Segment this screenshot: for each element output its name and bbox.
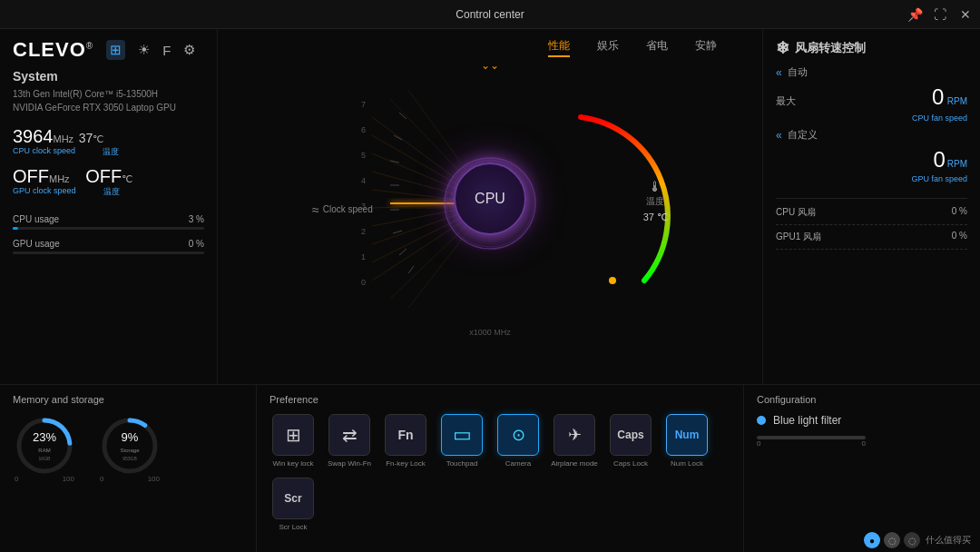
fn-lock-icon-box[interactable]: Fn — [385, 414, 426, 456]
camera-icon-box[interactable]: ⊙ — [497, 414, 539, 456]
touchpad-icon-box[interactable]: ▭ — [441, 414, 483, 456]
system-label: System — [13, 69, 204, 84]
pref-swap-winfn[interactable]: ⇄ Swap Win-Fn — [326, 414, 373, 468]
monitor-icon[interactable]: ⊞ — [106, 40, 125, 60]
cpu-clock-value: 3964MHz 37℃ — [13, 127, 119, 145]
airplane-icon-box[interactable]: ✈ — [554, 414, 595, 456]
gpu-clock-value: OFFMHz OFF℃ — [13, 167, 132, 185]
temp-tick — [609, 277, 616, 284]
cpu-temp-label: 温度 — [103, 146, 119, 158]
cpu-usage-row: CPU usage 3 % — [13, 214, 204, 230]
gpu-usage-bar — [13, 251, 204, 254]
slider-labels: 0 0 — [757, 439, 866, 448]
svg-text:23%: 23% — [33, 430, 56, 444]
tab-entertainment[interactable]: 娱乐 — [597, 38, 619, 57]
cpu-circle: CPU — [454, 163, 526, 235]
blue-filter-radio[interactable] — [757, 416, 766, 425]
mode-tabs: 性能 娱乐 省电 安静 — [218, 38, 762, 57]
fan-custom[interactable]: « 自定义 — [776, 128, 967, 142]
cpu-usage-bar — [13, 227, 204, 230]
storage-gauge-svg: 9% Storage 953GB — [98, 414, 162, 478]
window-controls: 📌 ⛶ ✕ — [907, 7, 973, 22]
camera-label: Camera — [505, 459, 531, 468]
wm-icon-3: ◌ — [904, 532, 920, 548]
cpu-usage-label: CPU usage — [13, 214, 59, 224]
cpu-usage-fill — [13, 227, 18, 230]
gpu-temp-label: 温度 — [103, 186, 120, 198]
svg-line-23 — [408, 266, 414, 273]
pin-button[interactable]: 📌 — [907, 7, 922, 22]
config-title: Configuration — [757, 394, 967, 405]
swap-winfn-label: Swap Win-Fn — [328, 459, 371, 468]
cpu-clock-label: CPU clock speed — [13, 146, 75, 158]
pref-camera[interactable]: ⊙ Camera — [495, 414, 542, 468]
temp-label: 🌡 温度 37 ℃ — [643, 179, 668, 223]
pref-scrlock[interactable]: Scr Scr Lock — [270, 478, 317, 532]
storage-gauge: 9% Storage 953GB 0100 — [98, 414, 162, 478]
tab-performance[interactable]: 性能 — [548, 38, 570, 57]
cpu-fan-speed-row: 最大 0 RPM — [776, 84, 967, 110]
gpu-clock-block: OFFMHz OFF℃ GPU clock speed 温度 — [13, 167, 132, 198]
preference-panel: Preference ⊞ Win key lock ⇄ Swap Win-Fn … — [257, 385, 744, 552]
pref-airplane[interactable]: ✈ Airplane mode — [551, 414, 598, 468]
watermark-icons: ● ◌ ◌ — [864, 532, 920, 548]
cpu-usage-value: 3 % — [189, 214, 204, 224]
pref-touchpad[interactable]: ▭ Touchpad — [438, 414, 485, 468]
top-icons: ⊞ ☀ F ⚙ — [106, 40, 195, 60]
fn-lock-label: Fn-key Lock — [386, 459, 426, 468]
gpu-clock-label: GPU clock speed — [13, 186, 76, 198]
gauge-area: CPU ≈ Clock speed 🌡 温度 37 ℃ 7 6 5 4 3 2 … — [299, 63, 681, 353]
svg-point-29 — [104, 420, 155, 471]
ram-gauge-svg: 23% RAM 16GB — [13, 414, 76, 478]
gpu-metrics-row: OFFMHz OFF℃ GPU clock speed 温度 — [13, 167, 204, 198]
svg-text:953GB: 953GB — [122, 456, 137, 461]
settings-icon[interactable]: ⚙ — [183, 42, 195, 58]
fan-auto[interactable]: « 自动 — [776, 65, 967, 79]
title-bar: Control center 📌 ⛶ ✕ — [0, 0, 980, 29]
left-panel: CLEVO® ⊞ ☀ F ⚙ System 13th Gen Intel(R) … — [0, 29, 218, 384]
chevron-auto: « — [776, 66, 782, 79]
gpu-fan-speed-row: 0 RPM — [776, 147, 967, 172]
svg-line-21 — [393, 231, 402, 233]
preference-icons: ⊞ Win key lock ⇄ Swap Win-Fn Fn Fn-key L… — [270, 414, 730, 531]
pref-fn-lock[interactable]: Fn Fn-key Lock — [382, 414, 429, 468]
ram-gauge: 23% RAM 16GB 0100 — [13, 414, 76, 478]
pref-caps[interactable]: Caps Caps Lock — [607, 414, 654, 468]
numlock-icon-box[interactable]: Num — [666, 414, 708, 456]
gpu-usage-label: GPU usage — [13, 239, 60, 249]
right-panel: ❄ 风扇转速控制 « 自动 最大 0 RPM CPU fan speed « 自… — [762, 29, 980, 384]
wm-icon-2: ◌ — [884, 532, 900, 548]
cpu-metrics-row: 3964MHz 37℃ CPU clock speed 温度 — [13, 127, 204, 158]
win-key-label: Win key lock — [273, 459, 314, 468]
close-button[interactable]: ✕ — [958, 7, 973, 22]
scrlock-label: Scr Lock — [279, 523, 307, 532]
fan-section: ❄ 风扇转速控制 « 自动 最大 0 RPM CPU fan speed « 自… — [776, 38, 967, 183]
pref-numlock[interactable]: Num Num Lock — [663, 414, 710, 468]
caps-icon-box[interactable]: Caps — [610, 414, 652, 456]
system-info: 13th Gen Intel(R) Core™ i5-13500H NVIDIA… — [13, 87, 204, 114]
dashed-sep-2 — [776, 249, 967, 250]
memory-panel: Memory and storage 23% RAM 16GB 0100 — [0, 385, 257, 552]
tab-quiet[interactable]: 安静 — [695, 38, 717, 57]
win-key-icon-box[interactable]: ⊞ — [272, 414, 314, 456]
pref-win-key[interactable]: ⊞ Win key lock — [270, 414, 317, 468]
memory-area: 23% RAM 16GB 0100 9% Storage 953GB — [13, 414, 243, 478]
window-title: Control center — [456, 8, 524, 21]
watermark: ● ◌ ◌ 什么值得买 — [864, 532, 971, 548]
main-area: 性能 娱乐 省电 安静 ⌄⌄ — [218, 29, 762, 384]
numlock-label: Num Lock — [671, 459, 703, 468]
scrlock-icon-box[interactable]: Scr — [272, 478, 314, 519]
svg-text:16GB: 16GB — [39, 456, 51, 461]
slider-track[interactable] — [757, 436, 866, 439]
preference-title: Preference — [270, 394, 730, 405]
brightness-icon[interactable]: ☀ — [138, 42, 150, 58]
gpu-usage-value: 0 % — [189, 239, 204, 249]
svg-line-16 — [399, 113, 407, 119]
maximize-button[interactable]: ⛶ — [933, 7, 947, 22]
clevo-logo: CLEVO® — [13, 38, 93, 62]
airplane-label: Airplane mode — [551, 459, 598, 468]
keyboard-icon[interactable]: F — [162, 43, 171, 58]
swap-winfn-icon-box[interactable]: ⇄ — [328, 414, 370, 456]
watermark-text: 什么值得买 — [926, 534, 971, 547]
tab-powersave[interactable]: 省电 — [646, 38, 668, 57]
